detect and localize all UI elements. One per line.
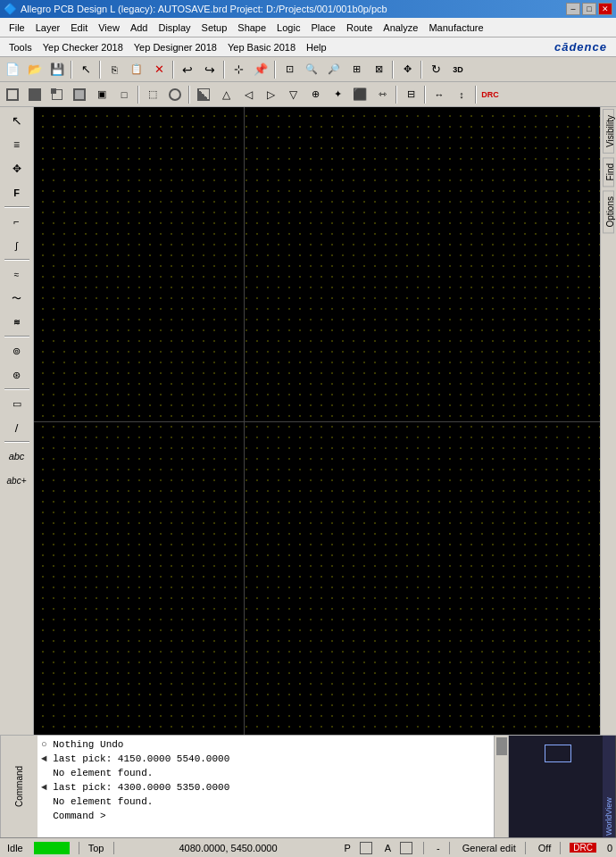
menu-shape[interactable]: Shape	[232, 21, 271, 35]
menu-yep-checker[interactable]: Yep Checker 2018	[37, 40, 129, 54]
menu-yep-designer[interactable]: Yep Designer 2018	[129, 40, 222, 54]
console-text-5: No element found.	[41, 796, 153, 807]
left-btn-text[interactable]: abc	[4, 445, 30, 468]
status-separator	[525, 842, 526, 854]
maximize-button[interactable]: □	[582, 3, 596, 15]
console-scrollbar[interactable]	[495, 736, 509, 837]
menu-bar-2: Tools Yep Checker 2018 Yep Designer 2018…	[0, 37, 616, 57]
find-tab[interactable]: Find	[603, 157, 614, 187]
left-btn-text2[interactable]: abc+	[4, 469, 30, 492]
left-btn-line[interactable]: /	[4, 416, 30, 439]
left-btn-snake[interactable]: 〜	[4, 287, 30, 310]
console-line-1: ○ Nothing Undo	[41, 737, 490, 752]
tb-open-button[interactable]: 📂	[24, 59, 46, 80]
options-tab[interactable]: Options	[603, 190, 614, 233]
tb-select-button[interactable]: ↖	[75, 59, 96, 80]
title-bar-left: 🔷 Allegro PCB Design L (legacy): AUTOSAV…	[4, 3, 387, 15]
status-idle: Idle	[4, 843, 27, 853]
tb-redo-button[interactable]: ↪	[199, 59, 221, 80]
tb-zoom-prev-button[interactable]: ⊠	[368, 59, 389, 80]
menu-analyze[interactable]: Analyze	[378, 21, 423, 35]
tb2-btn6[interactable]: □	[113, 84, 135, 105]
tb2-btn13[interactable]: ▽	[282, 84, 304, 105]
toolbar-separator	[99, 61, 101, 79]
left-btn-shape[interactable]: ▭	[4, 392, 30, 415]
tb2-btn7[interactable]: ⬚	[142, 84, 163, 105]
tb-refresh-button[interactable]: ↻	[425, 59, 446, 80]
tb-save-button[interactable]: 💾	[46, 59, 68, 80]
tb-new-button[interactable]: 📄	[2, 59, 23, 80]
tb-copy-button[interactable]: ⎘	[104, 59, 125, 80]
left-btn-add-connect[interactable]: ⌐	[4, 210, 30, 233]
menu-display[interactable]: Display	[153, 21, 196, 35]
toolbar1: 📄 📂 💾 ↖ ⎘ 📋 ✕ ↩ ↪ ⊹ 📌 ⊡ 🔍 🔎 ⊞ ⊠ ✥ ↻ 3D	[0, 57, 616, 82]
tb2-btn20[interactable]: ↕	[451, 84, 472, 105]
left-btn-slide[interactable]: ∫	[4, 234, 30, 257]
tb2-btn11[interactable]: ◁	[237, 84, 259, 105]
tb2-btn9[interactable]	[193, 84, 214, 105]
status-indicator-green	[34, 842, 70, 854]
menu-yep-basic[interactable]: Yep Basic 2018	[222, 40, 301, 54]
tb2-drc-button[interactable]: DRC	[479, 84, 501, 105]
left-btn-fanout[interactable]: ⊛	[4, 363, 30, 387]
tb-paste-button[interactable]: 📋	[126, 59, 147, 80]
menu-manufacture[interactable]: Manufacture	[423, 21, 488, 35]
left-btn-move[interactable]: ✥	[4, 157, 30, 180]
tb-undo-button[interactable]: ↩	[177, 59, 198, 80]
menu-route[interactable]: Route	[341, 21, 378, 35]
left-separator	[4, 206, 29, 208]
status-separator	[560, 842, 561, 854]
tb-zoom-region-button[interactable]: ⊡	[279, 59, 300, 80]
canvas-area[interactable]	[34, 107, 600, 735]
toolbar2: ▣ □ ⬚ △ ◁ ▷ ▽ ⊕ ✦ ⬛ ⇿ ⊟ ↔ ↕ DRC	[0, 82, 616, 107]
tb2-btn15[interactable]: ✦	[327, 84, 348, 105]
minimap-canvas: WorldView	[509, 736, 616, 837]
menu-setup[interactable]: Setup	[196, 21, 233, 35]
window-title: Allegro PCB Design L (legacy): AUTOSAVE.…	[21, 4, 387, 14]
menu-place[interactable]: Place	[305, 21, 341, 35]
visibility-tab[interactable]: Visibility	[603, 109, 614, 154]
menu-add[interactable]: Add	[125, 21, 154, 35]
menu-logic[interactable]: Logic	[271, 21, 305, 35]
tb-snap-button[interactable]: ⊹	[228, 59, 249, 80]
menu-view[interactable]: View	[93, 21, 125, 35]
tb2-btn2[interactable]	[24, 84, 46, 105]
cadence-logo: cādence	[554, 40, 607, 54]
tb-pan-button[interactable]: ✥	[396, 59, 418, 80]
menu-layer[interactable]: Layer	[30, 21, 66, 35]
console-bullet-4: ◄	[41, 782, 47, 793]
left-btn-select[interactable]: ↖	[4, 109, 30, 132]
tb-3d-button[interactable]: 3D	[447, 59, 469, 80]
tb2-btn14[interactable]: ⊕	[304, 84, 326, 105]
left-btn-route[interactable]: F	[4, 181, 30, 204]
worldview-label: WorldView	[603, 736, 616, 837]
tb2-btn8[interactable]	[164, 84, 186, 105]
tb2-btn3[interactable]	[46, 84, 68, 105]
tb2-btn1[interactable]	[2, 84, 23, 105]
menu-bar-1: File Layer Edit View Add Display Setup S…	[0, 18, 616, 37]
tb2-btn19[interactable]: ↔	[429, 84, 450, 105]
close-button[interactable]: ✕	[598, 3, 612, 15]
tb2-btn4[interactable]	[69, 84, 90, 105]
minimize-button[interactable]: –	[566, 3, 580, 15]
left-btn-timing[interactable]: ≈	[4, 262, 30, 286]
left-btn-layers[interactable]: ≡	[4, 133, 30, 156]
menu-edit[interactable]: Edit	[65, 21, 93, 35]
menu-help[interactable]: Help	[301, 40, 332, 54]
tb-zoom-fit-button[interactable]: ⊞	[345, 59, 367, 80]
console-text-1: Nothing Undo	[53, 739, 123, 750]
tb2-btn12[interactable]: ▷	[260, 84, 281, 105]
tb2-btn10[interactable]: △	[215, 84, 237, 105]
tb-zoom-in-button[interactable]: 🔍	[301, 59, 322, 80]
tb-zoom-out-button[interactable]: 🔎	[323, 59, 345, 80]
left-btn-diff[interactable]: ≋	[4, 311, 30, 334]
tb2-btn17[interactable]: ⇿	[371, 84, 393, 105]
tb2-btn18[interactable]: ⊟	[400, 84, 421, 105]
tb2-btn5[interactable]: ▣	[91, 84, 112, 105]
tb-pin-button[interactable]: 📌	[250, 59, 271, 80]
menu-tools[interactable]: Tools	[4, 40, 37, 54]
menu-file[interactable]: File	[4, 21, 30, 35]
tb-delete-button[interactable]: ✕	[148, 59, 170, 80]
left-btn-via[interactable]: ⊚	[4, 339, 30, 362]
tb2-btn16[interactable]: ⬛	[349, 84, 370, 105]
